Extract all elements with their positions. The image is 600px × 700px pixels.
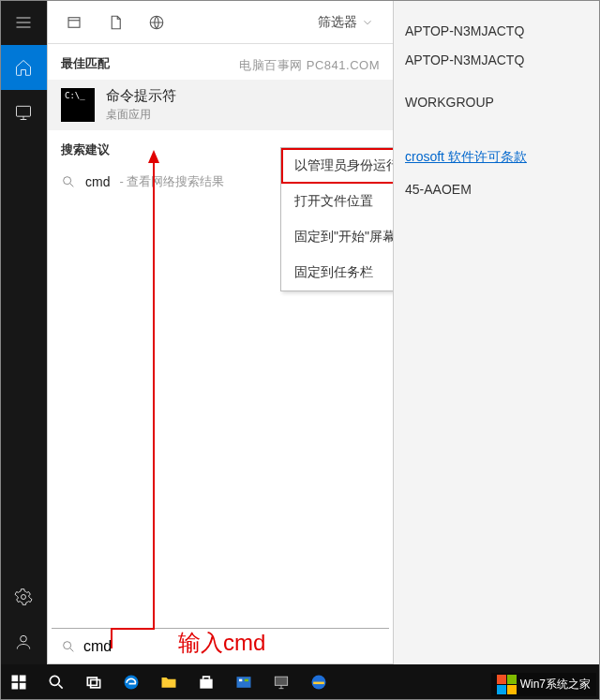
search-icon [61, 639, 76, 654]
sidebar-home-icon[interactable] [0, 45, 47, 90]
sidebar-user-icon[interactable] [0, 619, 47, 664]
svg-rect-8 [20, 676, 26, 682]
watermark-logo: Win7系统之家 [491, 673, 596, 696]
background-system-info: APTOP-N3MJACTQ APTOP-N3MJACTQ WORKGROUP … [405, 17, 527, 204]
ie-icon[interactable] [300, 664, 338, 700]
store-icon[interactable] [188, 664, 225, 700]
sidebar-display-icon[interactable] [0, 90, 47, 135]
window-icon[interactable] [53, 2, 95, 43]
this-pc-icon[interactable] [262, 664, 300, 700]
svg-rect-10 [20, 683, 26, 690]
svg-rect-19 [275, 677, 287, 685]
ctx-pin-start[interactable]: 固定到"开始"屏幕 [281, 219, 393, 255]
watermark-text: 电脑百事网 PC841.COM [239, 57, 380, 74]
svg-point-1 [22, 595, 26, 600]
best-match-item[interactable]: C:\_ 命令提示符 桌面应用 [48, 80, 393, 130]
edge-icon[interactable] [112, 664, 150, 700]
sidebar-settings-icon[interactable] [0, 574, 47, 619]
cmd-tile-icon: C:\_ [61, 88, 95, 122]
svg-rect-16 [237, 677, 251, 688]
context-menu: 以管理员身份运行 打开文件位置 固定到"开始"屏幕 固定到任务栏 [280, 147, 393, 291]
search-icon [61, 174, 76, 189]
panel-header: 筛选器 [48, 1, 393, 44]
control-panel-icon[interactable] [225, 664, 262, 700]
svg-rect-0 [17, 106, 31, 116]
svg-rect-13 [91, 680, 100, 688]
svg-rect-3 [68, 17, 80, 27]
ctx-pin-taskbar[interactable]: 固定到任务栏 [281, 255, 393, 290]
svg-rect-7 [12, 676, 19, 682]
annotation-label: 输入cmd [178, 628, 265, 658]
svg-point-11 [50, 676, 59, 685]
license-link[interactable]: crosoft 软件许可条款 [405, 149, 527, 164]
taskbar-search-icon[interactable] [38, 664, 75, 700]
svg-rect-9 [12, 683, 19, 690]
ctx-open-location[interactable]: 打开文件位置 [281, 184, 393, 219]
sidebar-menu-icon[interactable] [0, 0, 47, 45]
svg-rect-18 [245, 679, 248, 682]
start-button[interactable] [0, 664, 38, 700]
start-sidebar [0, 0, 47, 664]
svg-rect-17 [239, 679, 242, 682]
svg-point-6 [64, 641, 71, 648]
start-search-panel: 筛选器 电脑百事网 PC841.COM 最佳匹配 C:\_ 命令提示符 桌面应用… [47, 0, 394, 664]
file-explorer-icon[interactable] [150, 664, 188, 700]
filter-dropdown[interactable]: 筛选器 [318, 14, 387, 31]
task-view-icon[interactable] [75, 664, 112, 700]
svg-rect-15 [200, 679, 212, 689]
taskbar: Win7系统之家 [0, 664, 600, 700]
globe-icon[interactable] [136, 2, 177, 43]
ctx-run-as-admin[interactable]: 以管理员身份运行 [281, 148, 393, 184]
document-icon[interactable] [95, 2, 136, 43]
svg-point-5 [64, 177, 71, 185]
svg-rect-12 [87, 678, 97, 685]
best-match-title: 命令提示符 [106, 87, 176, 105]
svg-point-2 [21, 635, 27, 642]
best-match-subtitle: 桌面应用 [106, 107, 176, 123]
